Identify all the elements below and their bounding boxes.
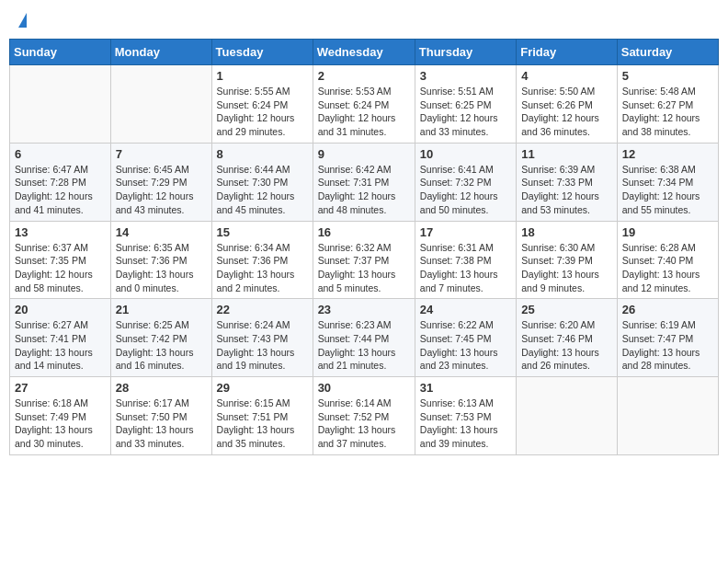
calendar-cell: 3Sunrise: 5:51 AMSunset: 6:25 PMDaylight… <box>415 65 516 144</box>
day-number: 13 <box>15 225 106 239</box>
day-info: Sunrise: 6:18 AMSunset: 7:49 PMDaylight:… <box>15 396 106 451</box>
day-number: 2 <box>318 69 410 83</box>
day-header-thursday: Thursday <box>415 40 516 65</box>
calendar-cell: 8Sunrise: 6:44 AMSunset: 7:30 PMDaylight… <box>211 143 313 221</box>
calendar-cell: 6Sunrise: 6:47 AMSunset: 7:28 PMDaylight… <box>10 143 111 221</box>
day-info: Sunrise: 5:55 AMSunset: 6:24 PMDaylight:… <box>217 85 308 139</box>
calendar-header-row: SundayMondayTuesdayWednesdayThursdayFrid… <box>10 40 719 65</box>
calendar-cell: 4Sunrise: 5:50 AMSunset: 6:26 PMDaylight… <box>517 65 618 144</box>
calendar-cell: 24Sunrise: 6:22 AMSunset: 7:45 PMDayligh… <box>415 299 516 377</box>
day-number: 8 <box>217 147 308 161</box>
day-info: Sunrise: 6:17 AMSunset: 7:50 PMDaylight:… <box>116 396 207 451</box>
calendar-cell: 17Sunrise: 6:31 AMSunset: 7:38 PMDayligh… <box>415 221 516 299</box>
day-number: 14 <box>116 225 207 239</box>
day-info: Sunrise: 6:15 AMSunset: 7:51 PMDaylight:… <box>217 396 308 451</box>
calendar-cell: 30Sunrise: 6:14 AMSunset: 7:52 PMDayligh… <box>313 377 415 455</box>
day-header-tuesday: Tuesday <box>211 40 313 65</box>
logo-triangle-icon <box>18 13 27 28</box>
day-info: Sunrise: 6:27 AMSunset: 7:41 PMDaylight:… <box>15 318 106 373</box>
day-info: Sunrise: 6:37 AMSunset: 7:35 PMDaylight:… <box>15 241 106 295</box>
day-number: 25 <box>521 303 612 316</box>
day-number: 20 <box>15 303 106 316</box>
calendar-cell <box>10 65 111 144</box>
day-number: 29 <box>217 381 308 395</box>
calendar-table: SundayMondayTuesdayWednesdayThursdayFrid… <box>9 39 719 455</box>
calendar-cell: 14Sunrise: 6:35 AMSunset: 7:36 PMDayligh… <box>110 221 211 299</box>
calendar-cell: 26Sunrise: 6:19 AMSunset: 7:47 PMDayligh… <box>617 299 718 377</box>
day-info: Sunrise: 6:19 AMSunset: 7:47 PMDaylight:… <box>622 318 713 373</box>
day-info: Sunrise: 6:38 AMSunset: 7:34 PMDaylight:… <box>622 163 713 217</box>
calendar-cell: 22Sunrise: 6:24 AMSunset: 7:43 PMDayligh… <box>211 299 313 377</box>
day-number: 15 <box>217 225 308 239</box>
logo <box>17 13 27 28</box>
day-header-sunday: Sunday <box>10 40 111 65</box>
day-number: 18 <box>521 225 612 239</box>
day-number: 19 <box>622 225 713 239</box>
calendar-cell: 2Sunrise: 5:53 AMSunset: 6:24 PMDaylight… <box>313 65 415 144</box>
day-number: 30 <box>318 381 410 395</box>
day-header-wednesday: Wednesday <box>313 40 415 65</box>
calendar-cell <box>517 377 618 455</box>
day-info: Sunrise: 6:28 AMSunset: 7:40 PMDaylight:… <box>622 241 713 295</box>
calendar-cell: 21Sunrise: 6:25 AMSunset: 7:42 PMDayligh… <box>110 299 211 377</box>
calendar-week-3: 13Sunrise: 6:37 AMSunset: 7:35 PMDayligh… <box>10 221 719 299</box>
calendar-week-5: 27Sunrise: 6:18 AMSunset: 7:49 PMDayligh… <box>10 377 719 455</box>
day-info: Sunrise: 6:45 AMSunset: 7:29 PMDaylight:… <box>116 163 207 217</box>
calendar-body: 1Sunrise: 5:55 AMSunset: 6:24 PMDaylight… <box>10 65 719 455</box>
day-info: Sunrise: 6:30 AMSunset: 7:39 PMDaylight:… <box>521 241 612 295</box>
day-info: Sunrise: 5:48 AMSunset: 6:27 PMDaylight:… <box>622 85 713 139</box>
day-header-saturday: Saturday <box>617 40 718 65</box>
day-info: Sunrise: 6:24 AMSunset: 7:43 PMDaylight:… <box>217 318 308 373</box>
day-number: 1 <box>217 69 308 83</box>
calendar-cell: 15Sunrise: 6:34 AMSunset: 7:36 PMDayligh… <box>211 221 313 299</box>
day-info: Sunrise: 6:25 AMSunset: 7:42 PMDaylight:… <box>116 318 207 373</box>
page-header <box>9 9 719 31</box>
day-info: Sunrise: 5:50 AMSunset: 6:26 PMDaylight:… <box>521 85 612 139</box>
day-info: Sunrise: 6:47 AMSunset: 7:28 PMDaylight:… <box>15 163 106 217</box>
day-info: Sunrise: 6:32 AMSunset: 7:37 PMDaylight:… <box>318 241 410 295</box>
day-number: 28 <box>116 381 207 395</box>
day-info: Sunrise: 6:23 AMSunset: 7:44 PMDaylight:… <box>318 318 410 373</box>
calendar-cell: 1Sunrise: 5:55 AMSunset: 6:24 PMDaylight… <box>211 65 313 144</box>
calendar-cell <box>617 377 718 455</box>
day-number: 22 <box>217 303 308 316</box>
day-number: 26 <box>622 303 713 316</box>
day-header-friday: Friday <box>517 40 618 65</box>
day-number: 5 <box>622 69 713 83</box>
calendar-cell: 27Sunrise: 6:18 AMSunset: 7:49 PMDayligh… <box>10 377 111 455</box>
calendar-cell: 31Sunrise: 6:13 AMSunset: 7:53 PMDayligh… <box>415 377 516 455</box>
day-info: Sunrise: 6:35 AMSunset: 7:36 PMDaylight:… <box>116 241 207 295</box>
day-info: Sunrise: 6:42 AMSunset: 7:31 PMDaylight:… <box>318 163 410 217</box>
calendar-cell: 16Sunrise: 6:32 AMSunset: 7:37 PMDayligh… <box>313 221 415 299</box>
day-number: 9 <box>318 147 410 161</box>
day-number: 16 <box>318 225 410 239</box>
day-info: Sunrise: 6:44 AMSunset: 7:30 PMDaylight:… <box>217 163 308 217</box>
calendar-cell: 28Sunrise: 6:17 AMSunset: 7:50 PMDayligh… <box>110 377 211 455</box>
day-info: Sunrise: 6:14 AMSunset: 7:52 PMDaylight:… <box>318 396 410 451</box>
day-info: Sunrise: 6:34 AMSunset: 7:36 PMDaylight:… <box>217 241 308 295</box>
calendar-cell: 20Sunrise: 6:27 AMSunset: 7:41 PMDayligh… <box>10 299 111 377</box>
day-info: Sunrise: 6:13 AMSunset: 7:53 PMDaylight:… <box>420 396 511 451</box>
calendar-cell: 9Sunrise: 6:42 AMSunset: 7:31 PMDaylight… <box>313 143 415 221</box>
day-info: Sunrise: 6:31 AMSunset: 7:38 PMDaylight:… <box>420 241 511 295</box>
day-number: 7 <box>116 147 207 161</box>
calendar-cell: 13Sunrise: 6:37 AMSunset: 7:35 PMDayligh… <box>10 221 111 299</box>
day-number: 11 <box>521 147 612 161</box>
calendar-week-1: 1Sunrise: 5:55 AMSunset: 6:24 PMDaylight… <box>10 65 719 144</box>
day-number: 12 <box>622 147 713 161</box>
calendar-cell: 23Sunrise: 6:23 AMSunset: 7:44 PMDayligh… <box>313 299 415 377</box>
day-number: 31 <box>420 381 511 395</box>
day-number: 21 <box>116 303 207 316</box>
day-info: Sunrise: 6:39 AMSunset: 7:33 PMDaylight:… <box>521 163 612 217</box>
day-number: 10 <box>420 147 511 161</box>
day-number: 6 <box>15 147 106 161</box>
calendar-cell: 5Sunrise: 5:48 AMSunset: 6:27 PMDaylight… <box>617 65 718 144</box>
day-number: 17 <box>420 225 511 239</box>
calendar-cell: 19Sunrise: 6:28 AMSunset: 7:40 PMDayligh… <box>617 221 718 299</box>
day-number: 24 <box>420 303 511 316</box>
day-info: Sunrise: 5:51 AMSunset: 6:25 PMDaylight:… <box>420 85 511 139</box>
calendar-cell: 7Sunrise: 6:45 AMSunset: 7:29 PMDaylight… <box>110 143 211 221</box>
calendar-cell: 10Sunrise: 6:41 AMSunset: 7:32 PMDayligh… <box>415 143 516 221</box>
day-header-monday: Monday <box>110 40 211 65</box>
day-number: 27 <box>15 381 106 395</box>
